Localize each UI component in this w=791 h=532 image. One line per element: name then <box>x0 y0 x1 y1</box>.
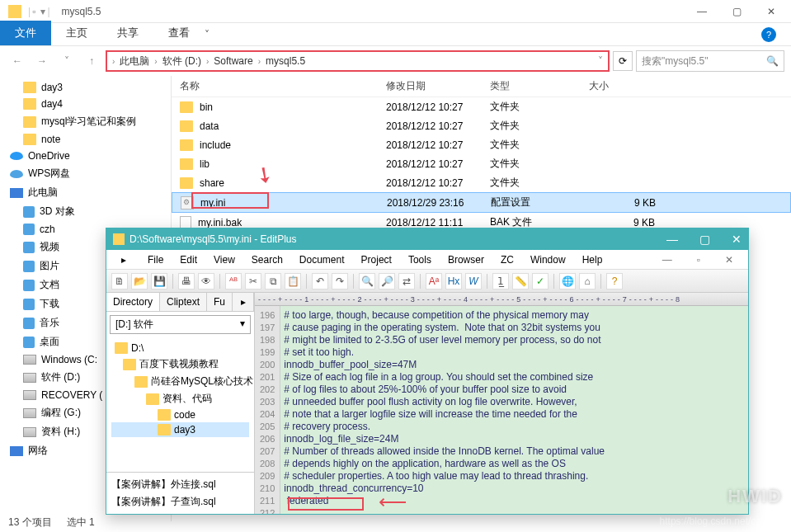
tb-new-icon[interactable]: 🗎 <box>111 273 128 290</box>
bc-seg-2[interactable]: Software <box>214 55 252 67</box>
bc-seg-0[interactable]: 此电脑 <box>120 54 149 68</box>
file-row[interactable]: include2018/12/12 10:27文件夹 <box>172 135 791 154</box>
folder-icon <box>180 158 193 170</box>
sidebar-item[interactable]: 3D 对象 <box>0 202 171 221</box>
address-row: ← → ˅ ↑ › 此电脑› 软件 (D:)› Software› mysql5… <box>0 46 791 76</box>
search-box[interactable]: 搜索"mysql5.5" 🔍 <box>636 50 784 72</box>
ribbon-view[interactable]: 查看 <box>153 21 205 45</box>
side-file-item[interactable]: 【案例讲解】外连接.sql <box>111 476 249 493</box>
tb-copy-icon[interactable]: ⧉ <box>265 273 281 290</box>
tb-redo-icon[interactable]: ↷ <box>332 273 348 290</box>
folder-icon <box>158 424 171 435</box>
tb-findnext-icon[interactable]: 🔎 <box>379 273 395 290</box>
menu-item[interactable]: File <box>139 252 172 267</box>
nav-back-icon[interactable]: ← <box>7 50 28 72</box>
sidebar-item[interactable]: day3 <box>0 79 171 96</box>
menu-item[interactable]: View <box>205 252 243 267</box>
tb-num-icon[interactable]: 1̲ <box>492 273 509 290</box>
tree-item[interactable]: 尚硅谷MySQL核心技术 <box>111 373 249 390</box>
sidebar-item[interactable]: note <box>0 131 171 148</box>
menu-item[interactable]: Document <box>291 252 353 267</box>
tree-item[interactable]: code <box>111 407 249 422</box>
ribbon-share[interactable]: 共享 <box>102 21 153 45</box>
file-row[interactable]: bin2018/12/12 10:27文件夹 <box>172 97 791 116</box>
ep-min2-icon[interactable]: — <box>654 252 680 267</box>
tb-word-icon[interactable]: W <box>465 273 482 290</box>
menu-item[interactable]: Project <box>353 252 400 267</box>
tb-browser-icon[interactable]: 🌐 <box>559 273 576 290</box>
tb-help-icon[interactable]: ? <box>606 273 623 290</box>
close-button[interactable]: ✕ <box>755 2 788 21</box>
col-name[interactable]: 名称 <box>180 79 386 93</box>
qat-save-icon[interactable]: ▫ <box>32 6 35 17</box>
tb-spell-icon[interactable]: ᴬᴮ <box>225 273 242 290</box>
ep-rest-icon[interactable]: ▫ <box>689 252 709 267</box>
refresh-icon[interactable]: ⟳ <box>613 51 633 71</box>
search-placeholder: 搜索"mysql5.5" <box>642 54 709 68</box>
side-tab-fu[interactable]: Fu <box>207 293 233 311</box>
menu-item[interactable]: ZC <box>492 252 522 267</box>
minimize-button[interactable]: — <box>685 2 718 21</box>
tree-item[interactable]: 百度下载视频教程 <box>111 355 249 373</box>
menu-item[interactable]: Search <box>243 252 291 267</box>
ep-maximize-button[interactable]: ▢ <box>699 233 710 246</box>
tree-item[interactable]: 资料、代码 <box>111 390 249 407</box>
col-type[interactable]: 类型 <box>490 79 589 93</box>
tb-hex-icon[interactable]: Hx <box>445 273 462 290</box>
ribbon-collapse-icon[interactable]: ˅ <box>205 29 210 40</box>
side-tab-directory[interactable]: Directory <box>106 293 160 311</box>
menu-item[interactable]: Edit <box>172 252 205 267</box>
tb-replace-icon[interactable]: ⇄ <box>398 273 415 290</box>
sidebar-item[interactable]: day4 <box>0 96 171 112</box>
bc-seg-1[interactable]: 软件 (D:) <box>162 54 201 68</box>
tree-item[interactable]: day3 <box>111 422 249 437</box>
wps-item[interactable]: WPS网盘 <box>0 164 171 183</box>
qat-arrow-icon[interactable]: ▾ <box>40 6 45 17</box>
col-size[interactable]: 大小 <box>589 79 655 93</box>
dir-tree: D:\百度下载视频教程尚硅谷MySQL核心技术资料、代码codeday3 <box>106 337 254 472</box>
tb-paste-icon[interactable]: 📋 <box>285 273 301 290</box>
ep-close2-icon[interactable]: ✕ <box>717 252 742 267</box>
drive-selector[interactable]: [D:] 软件▾ <box>110 315 251 334</box>
nav-forward-icon[interactable]: → <box>31 50 53 72</box>
sidebar-item[interactable]: mysql学习笔记和案例 <box>0 112 171 131</box>
menu-item[interactable]: Window <box>522 252 574 267</box>
bc-seg-3[interactable]: mysql5.5 <box>266 55 305 67</box>
maximize-button[interactable]: ▢ <box>720 2 753 21</box>
help-icon[interactable]: ? <box>761 27 776 42</box>
side-tab-cliptext[interactable]: Cliptext <box>160 293 207 311</box>
addr-drop-icon[interactable]: ˅ <box>598 55 603 67</box>
nav-recent-icon[interactable]: ˅ <box>56 50 78 72</box>
thispc-item[interactable]: 此电脑 <box>0 183 171 202</box>
col-date[interactable]: 修改日期 <box>386 79 490 93</box>
file-row[interactable]: data2018/12/12 10:27文件夹 <box>172 116 791 135</box>
tb-ruler-icon[interactable]: 📏 <box>512 273 529 290</box>
nav-up-icon[interactable]: ↑ <box>81 50 102 72</box>
tb-home-icon[interactable]: ⌂ <box>579 273 596 290</box>
tb-preview-icon[interactable]: 👁 <box>198 273 214 290</box>
menu-item[interactable]: Help <box>574 252 611 267</box>
tb-cut-icon[interactable]: ✂ <box>245 273 261 290</box>
ribbon-home[interactable]: 主页 <box>51 21 102 45</box>
onedrive-item[interactable]: OneDrive <box>0 148 171 164</box>
breadcrumb-bar[interactable]: › 此电脑› 软件 (D:)› Software› mysql5.5 ˅ <box>106 50 610 72</box>
tb-check-icon[interactable]: ✓ <box>532 273 549 290</box>
folder-icon <box>158 409 171 421</box>
tb-undo-icon[interactable]: ↶ <box>312 273 328 290</box>
menu-item[interactable]: Tools <box>400 252 440 267</box>
side-file-item[interactable]: 【案例讲解】子查询.sql <box>111 493 249 511</box>
tree-item[interactable]: D:\ <box>111 341 249 355</box>
tb-font-icon[interactable]: Aª <box>426 273 442 290</box>
status-selection: 选中 1 <box>67 516 95 530</box>
ribbon-file[interactable]: 文件 <box>0 21 51 45</box>
ep-close-button[interactable]: ✕ <box>732 233 742 246</box>
tb-save-icon[interactable]: 💾 <box>151 273 167 290</box>
tb-find-icon[interactable]: 🔍 <box>359 273 375 290</box>
tb-open-icon[interactable]: 📂 <box>131 273 148 290</box>
ep-minimize-button[interactable]: — <box>666 233 678 246</box>
file-row[interactable]: my.ini2018/12/29 23:16配置设置9 KB <box>172 192 791 213</box>
menu-item[interactable]: Browser <box>440 252 492 267</box>
tb-print-icon[interactable]: 🖶 <box>178 273 195 290</box>
code-editor[interactable]: 1961971981992002012022032042052062072082… <box>255 306 748 514</box>
side-tab-more-icon[interactable]: ▸ <box>233 293 254 311</box>
